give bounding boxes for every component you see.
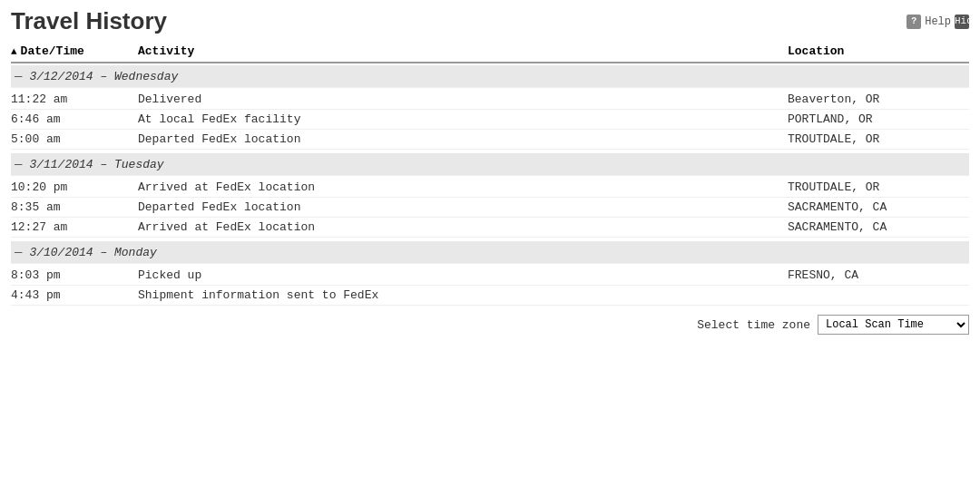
page-title: Travel History: [11, 7, 167, 35]
cell-activity: At local FedEx facility: [138, 112, 788, 126]
sort-arrow-icon: ▲: [11, 46, 17, 57]
table-row: 8:35 am Departed FedEx location SACRAMEN…: [11, 198, 969, 218]
date-text-3: 3/10/2014 – Monday: [29, 246, 156, 259]
cell-activity: Picked up: [138, 268, 788, 282]
cell-activity: Departed FedEx location: [138, 200, 788, 214]
cell-location: TROUTDALE, OR: [788, 132, 969, 146]
col-header-activity: Activity: [138, 44, 788, 58]
col-header-location: Location: [788, 44, 969, 58]
cell-datetime: 5:00 am: [11, 132, 138, 146]
cell-activity: Delivered: [138, 92, 788, 106]
date-text-1: 3/12/2014 – Wednesday: [29, 70, 178, 83]
cell-location: PORTLAND, OR: [788, 112, 969, 126]
table-row: 11:22 am Delivered Beaverton, OR: [11, 90, 969, 110]
cell-activity: Arrived at FedEx location: [138, 180, 788, 194]
cell-activity: Arrived at FedEx location: [138, 220, 788, 234]
cell-location: [788, 288, 969, 302]
activity-column-header[interactable]: Activity: [138, 44, 194, 58]
datetime-column-header[interactable]: Date/Time: [21, 44, 84, 58]
cell-datetime: 12:27 am: [11, 220, 138, 234]
cell-datetime: 6:46 am: [11, 112, 138, 126]
cell-location: TROUTDALE, OR: [788, 180, 969, 194]
footer-row: Select time zone Local Scan Time Local D…: [11, 315, 969, 335]
page-container: Travel History ? Help Hide ▲ Date/Time A…: [0, 0, 980, 342]
header-row: Travel History ? Help Hide: [11, 7, 969, 35]
cell-activity: Shipment information sent to FedEx: [138, 288, 788, 302]
cell-datetime: 4:43 pm: [11, 288, 138, 302]
hide-button[interactable]: Hide: [955, 15, 969, 29]
table-row: 4:43 pm Shipment information sent to Fed…: [11, 286, 969, 306]
cell-location: SACRAMENTO, CA: [788, 200, 969, 214]
cell-location: SACRAMENTO, CA: [788, 220, 969, 234]
cell-location: Beaverton, OR: [788, 92, 969, 106]
table-header: ▲ Date/Time Activity Location: [11, 41, 969, 63]
header-actions: ? Help Hide: [906, 15, 969, 29]
date-text-2: 3/11/2014 – Tuesday: [29, 158, 163, 171]
timezone-select[interactable]: Local Scan Time Local Delivery Time UTC: [818, 315, 969, 335]
date-separator-1: — 3/12/2014 – Wednesday: [11, 65, 969, 88]
cell-activity: Departed FedEx location: [138, 132, 788, 146]
date-dash-1: —: [15, 69, 22, 83]
cell-datetime: 8:03 pm: [11, 268, 138, 282]
help-link[interactable]: Help: [925, 15, 951, 28]
date-separator-2: — 3/11/2014 – Tuesday: [11, 153, 969, 176]
table-row: 10:20 pm Arrived at FedEx location TROUT…: [11, 178, 969, 198]
cell-location: FRESNO, CA: [788, 268, 969, 282]
date-separator-3: — 3/10/2014 – Monday: [11, 241, 969, 264]
date-dash-3: —: [15, 245, 22, 259]
table-row: 5:00 am Departed FedEx location TROUTDAL…: [11, 130, 969, 150]
location-column-header[interactable]: Location: [788, 44, 844, 58]
col-header-datetime[interactable]: ▲ Date/Time: [11, 44, 138, 58]
table-row: 8:03 pm Picked up FRESNO, CA: [11, 266, 969, 286]
timezone-label: Select time zone: [697, 318, 810, 332]
help-icon: ?: [906, 15, 921, 29]
cell-datetime: 11:22 am: [11, 92, 138, 106]
date-dash-2: —: [15, 157, 22, 171]
table-row: 12:27 am Arrived at FedEx location SACRA…: [11, 218, 969, 238]
cell-datetime: 8:35 am: [11, 200, 138, 214]
table-row: 6:46 am At local FedEx facility PORTLAND…: [11, 110, 969, 130]
cell-datetime: 10:20 pm: [11, 180, 138, 194]
